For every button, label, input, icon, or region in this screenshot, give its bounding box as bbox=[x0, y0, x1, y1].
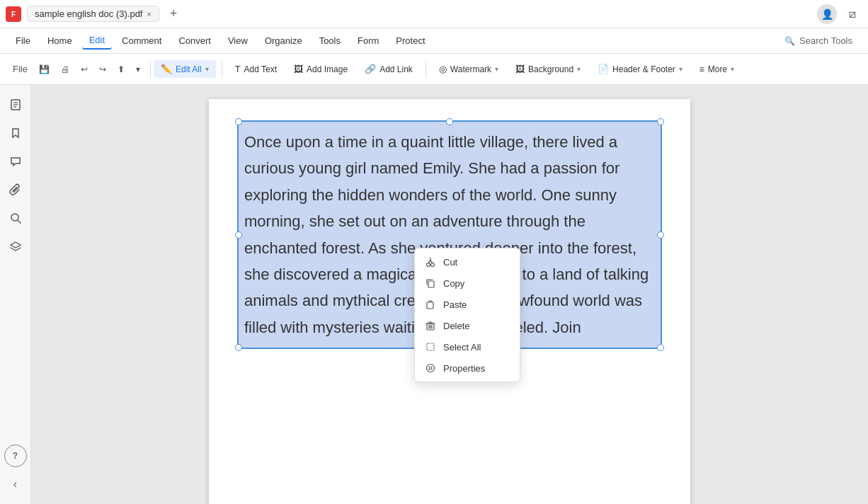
context-paste-label: Paste bbox=[443, 299, 467, 310]
context-menu-properties[interactable]: Properties bbox=[415, 357, 520, 379]
sidebar-collapse-button[interactable]: ‹ bbox=[4, 473, 27, 496]
document-tab[interactable]: sample english doc (3).pdf × bbox=[27, 6, 159, 22]
resize-handle-top[interactable] bbox=[446, 118, 453, 125]
context-menu-delete[interactable]: Delete bbox=[415, 315, 520, 336]
title-bar: F sample english doc (3).pdf × + 👤 ⧄ bbox=[0, 0, 868, 28]
cut-icon bbox=[425, 256, 436, 268]
edit-all-chevron: ▾ bbox=[205, 65, 209, 73]
more-options-button[interactable]: ▾ bbox=[132, 62, 144, 77]
header-footer-chevron: ▾ bbox=[679, 65, 683, 73]
sidebar-icon-search[interactable] bbox=[4, 207, 27, 229]
svg-rect-13 bbox=[428, 281, 434, 287]
menu-form[interactable]: Form bbox=[350, 33, 386, 49]
sidebar-icon-attachments[interactable] bbox=[4, 178, 27, 201]
menu-home[interactable]: Home bbox=[40, 33, 79, 49]
new-tab-button[interactable]: + bbox=[165, 6, 182, 23]
menu-convert[interactable]: Convert bbox=[171, 33, 218, 49]
menu-file[interactable]: File bbox=[8, 33, 38, 49]
context-properties-label: Properties bbox=[443, 363, 485, 374]
menu-comment[interactable]: Comment bbox=[115, 33, 169, 49]
svg-text:F: F bbox=[11, 11, 16, 18]
sidebar-icon-layers[interactable] bbox=[4, 235, 27, 258]
svg-line-10 bbox=[428, 260, 430, 263]
context-menu-copy[interactable]: Copy bbox=[415, 273, 520, 294]
resize-handle-top-left[interactable] bbox=[235, 118, 242, 125]
background-button[interactable]: 🖼 Background ▾ bbox=[508, 60, 588, 78]
resize-handle-top-right[interactable] bbox=[657, 118, 664, 125]
share-button[interactable]: ⬆ bbox=[113, 62, 129, 77]
sidebar-icon-bookmarks[interactable] bbox=[4, 122, 27, 144]
context-cut-label: Cut bbox=[443, 257, 457, 268]
search-tools-button[interactable]: 🔍 Search Tools bbox=[777, 33, 860, 49]
svg-point-8 bbox=[427, 263, 430, 267]
menu-edit[interactable]: Edit bbox=[82, 32, 112, 50]
select-all-icon bbox=[425, 341, 436, 353]
more-button[interactable]: ≡ More ▾ bbox=[692, 61, 741, 78]
header-footer-button[interactable]: 📄 Header & Footer ▾ bbox=[590, 60, 690, 78]
file-actions: File 💾 🖨 ↩ ↪ ⬆ ▾ bbox=[8, 61, 151, 77]
title-bar-actions: 👤 ⧄ bbox=[817, 4, 862, 24]
svg-rect-14 bbox=[427, 302, 433, 309]
context-copy-label: Copy bbox=[443, 278, 464, 289]
print-button[interactable]: 🖨 bbox=[57, 62, 74, 77]
sidebar-icon-help[interactable]: ? bbox=[4, 445, 27, 467]
save-button[interactable]: 💾 bbox=[35, 62, 54, 77]
add-link-icon: 🔗 bbox=[365, 64, 376, 74]
context-menu-paste[interactable]: Paste bbox=[415, 294, 520, 315]
menu-view[interactable]: View bbox=[221, 33, 255, 49]
svg-rect-19 bbox=[427, 343, 434, 350]
toolbar-separator-1 bbox=[222, 61, 222, 78]
background-label: Background bbox=[528, 64, 573, 74]
tab-close-button[interactable]: × bbox=[147, 10, 151, 18]
main-layout: ? ‹ Once upon a time in a quaint little … bbox=[0, 85, 868, 504]
sidebar-icon-pages[interactable] bbox=[4, 93, 27, 116]
add-text-icon: T bbox=[235, 64, 241, 74]
sidebar-icon-comments[interactable] bbox=[4, 150, 27, 173]
add-image-icon: 🖼 bbox=[294, 64, 303, 74]
add-link-button[interactable]: 🔗 Add Link bbox=[358, 60, 420, 78]
user-avatar[interactable]: 👤 bbox=[817, 4, 837, 24]
search-tools-label: Search Tools bbox=[799, 35, 852, 46]
menu-organize[interactable]: Organize bbox=[258, 33, 309, 49]
svg-point-9 bbox=[431, 263, 435, 267]
sidebar-bottom: ? ‹ bbox=[4, 445, 27, 496]
svg-line-11 bbox=[430, 260, 433, 263]
watermark-button[interactable]: ◎ Watermark ▾ bbox=[432, 60, 506, 78]
context-select-all-label: Select All bbox=[443, 342, 481, 353]
pdf-area[interactable]: Once upon a time in a quaint little vill… bbox=[31, 85, 868, 504]
add-image-label: Add Image bbox=[307, 64, 348, 74]
background-chevron: ▾ bbox=[577, 65, 581, 73]
file-menu-button[interactable]: File bbox=[8, 61, 32, 77]
more-chevron: ▾ bbox=[731, 65, 734, 73]
resize-handle-middle-right[interactable] bbox=[657, 231, 664, 239]
watermark-label: Watermark bbox=[450, 64, 491, 74]
menu-bar: File Home Edit Comment Convert View Orga… bbox=[0, 28, 868, 54]
add-link-label: Add Link bbox=[379, 64, 413, 74]
properties-icon bbox=[425, 362, 436, 374]
sidebar: ? ‹ bbox=[0, 85, 31, 504]
svg-point-20 bbox=[427, 365, 435, 372]
toolbar-separator-2 bbox=[426, 61, 426, 78]
edit-all-button[interactable]: ✏️ Edit All ▾ bbox=[154, 60, 216, 78]
resize-handle-bottom-left[interactable] bbox=[235, 344, 242, 351]
watermark-chevron: ▾ bbox=[495, 65, 498, 73]
context-menu-select-all[interactable]: Select All bbox=[415, 336, 520, 357]
paste-icon bbox=[425, 299, 436, 310]
delete-icon bbox=[425, 320, 436, 331]
pdf-page: Once upon a time in a quaint little vill… bbox=[209, 99, 690, 504]
resize-handle-middle-left[interactable] bbox=[235, 231, 242, 239]
tab-title: sample english doc (3).pdf bbox=[35, 8, 142, 19]
add-image-button[interactable]: 🖼 Add Image bbox=[287, 60, 355, 78]
toolbar: File 💾 🖨 ↩ ↪ ⬆ ▾ ✏️ Edit All ▾ T Add Tex… bbox=[0, 54, 868, 85]
redo-button[interactable]: ↪ bbox=[95, 62, 110, 77]
context-menu-cut[interactable]: Cut bbox=[415, 251, 520, 273]
background-icon: 🖼 bbox=[515, 64, 525, 74]
svg-point-21 bbox=[429, 367, 432, 370]
app-icon: F bbox=[6, 6, 21, 22]
minimize-button[interactable]: ⧄ bbox=[843, 4, 862, 24]
undo-button[interactable]: ↩ bbox=[76, 62, 92, 77]
menu-tools[interactable]: Tools bbox=[312, 33, 348, 49]
add-text-button[interactable]: T Add Text bbox=[228, 60, 284, 78]
menu-protect[interactable]: Protect bbox=[389, 33, 432, 49]
resize-handle-bottom-right[interactable] bbox=[657, 344, 664, 351]
